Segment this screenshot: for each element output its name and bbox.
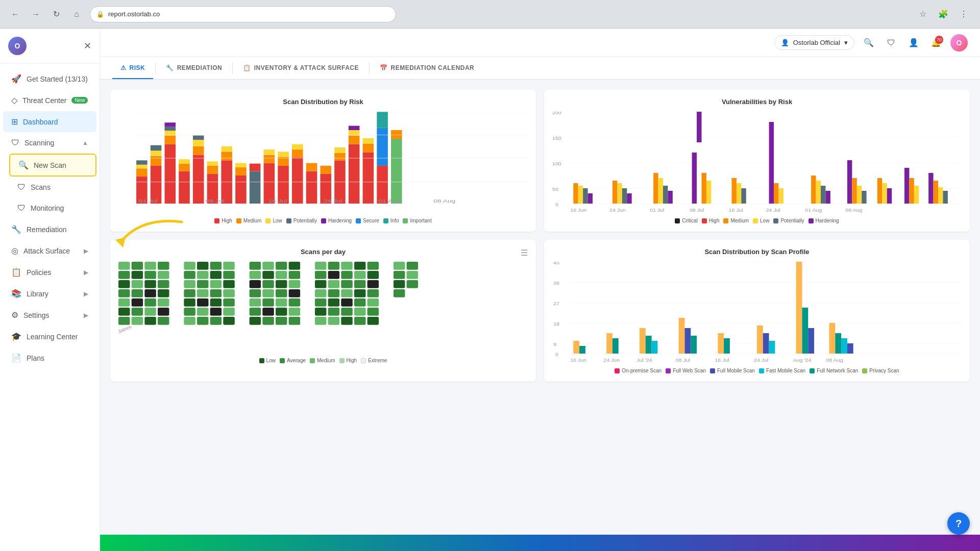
chevron-right-icon3: ▶ bbox=[84, 290, 88, 297]
tab-divider-2 bbox=[232, 62, 233, 74]
svg-rect-238 bbox=[354, 317, 365, 325]
sidebar-item-remediation[interactable]: 🔧 Remediation bbox=[3, 219, 96, 240]
svg-rect-207 bbox=[289, 289, 300, 297]
sidebar-item-label: Settings bbox=[23, 311, 50, 319]
forward-button[interactable]: → bbox=[29, 7, 43, 21]
svg-rect-80 bbox=[578, 186, 583, 204]
sidebar-item-monitoring[interactable]: 🛡 Monitoring bbox=[3, 198, 96, 218]
svg-text:16 Jul: 16 Jul bbox=[715, 358, 729, 363]
back-button[interactable]: ← bbox=[8, 7, 22, 21]
calendar-tab-icon: 📅 bbox=[380, 64, 388, 71]
sidebar-item-learning-center[interactable]: 🎓 Learning Center bbox=[3, 326, 96, 347]
svg-rect-54 bbox=[377, 128, 388, 166]
svg-rect-8 bbox=[165, 144, 176, 204]
svg-text:24 Jun: 24 Jun bbox=[609, 208, 626, 213]
svg-rect-133 bbox=[118, 317, 130, 325]
remediation-tab-icon: 🔧 bbox=[166, 64, 174, 71]
gear-icon: ⚙ bbox=[11, 310, 18, 320]
extensions-button[interactable]: 🧩 bbox=[935, 6, 951, 22]
sidebar-close-button[interactable]: ✕ bbox=[84, 40, 91, 52]
sidebar-item-scanning[interactable]: 🛡 Scanning ▲ bbox=[3, 133, 96, 153]
svg-rect-193 bbox=[262, 289, 274, 297]
legend-privacy-label: Privacy Scan bbox=[869, 368, 899, 373]
svg-rect-88 bbox=[658, 178, 663, 204]
svg-rect-211 bbox=[315, 262, 326, 270]
svg-rect-17 bbox=[193, 146, 204, 155]
org-name: Ostorlab Official bbox=[793, 39, 840, 46]
sidebar-nav: 🚀 Get Started (13/13) ◇ Threat Center Ne… bbox=[0, 64, 100, 551]
fullmobile-dot bbox=[710, 368, 715, 373]
svg-rect-206 bbox=[289, 280, 300, 288]
chevron-up-icon: ▲ bbox=[82, 139, 88, 146]
svg-rect-83 bbox=[612, 181, 617, 204]
address-bar[interactable]: 🔒 report.ostorlab.co bbox=[90, 6, 396, 22]
svg-rect-86 bbox=[627, 193, 631, 204]
svg-rect-227 bbox=[341, 280, 352, 288]
y-axis bbox=[118, 112, 134, 204]
chart-menu-button[interactable]: ☰ bbox=[521, 248, 528, 258]
sidebar-item-label: Monitoring bbox=[31, 204, 64, 212]
svg-rect-104 bbox=[825, 191, 830, 204]
tab-calendar[interactable]: 📅 REMEDIATION CALENDAR bbox=[372, 57, 482, 79]
legend-hardening: Hardening bbox=[321, 218, 352, 223]
reload-button[interactable]: ↻ bbox=[49, 7, 63, 21]
home-button[interactable]: ⌂ bbox=[69, 7, 84, 21]
svg-rect-200 bbox=[276, 289, 287, 297]
svg-rect-185 bbox=[250, 280, 261, 288]
low-dot bbox=[265, 218, 271, 223]
svg-rect-6 bbox=[151, 151, 162, 156]
svg-text:16 Jun: 16 Jun bbox=[570, 208, 586, 213]
vuln-high-dot bbox=[702, 218, 707, 223]
scan-distribution-bars: 01 Jul 08 Jul 16 Jul 24 Jul 01 Aug 08 Au… bbox=[118, 112, 528, 214]
svg-rect-47 bbox=[349, 144, 360, 204]
tab-label: RISK bbox=[130, 64, 145, 71]
svg-rect-175 bbox=[210, 317, 222, 325]
vulnerabilities-chart: 200 150 100 50 0 bbox=[552, 112, 962, 223]
sidebar-item-policies[interactable]: 📋 Policies ▶ bbox=[3, 262, 96, 283]
tab-inventory[interactable]: 📋 INVENTORY & ATTACK SURFACE bbox=[235, 57, 367, 79]
svg-text:45: 45 bbox=[553, 262, 559, 265]
svg-rect-197 bbox=[276, 262, 287, 270]
rocket-icon: 🚀 bbox=[11, 74, 21, 84]
tab-label: INVENTORY & ATTACK SURFACE bbox=[254, 64, 359, 71]
shield-button[interactable]: 🛡 bbox=[883, 35, 899, 51]
svg-rect-94 bbox=[706, 181, 711, 204]
help-button[interactable]: ? bbox=[947, 512, 970, 535]
user-avatar[interactable]: O bbox=[950, 34, 968, 52]
tab-remediation[interactable]: 🔧 REMEDIATION bbox=[158, 57, 230, 79]
legend-vuln-high: High bbox=[702, 218, 720, 223]
svg-rect-226 bbox=[341, 271, 352, 279]
svg-rect-251 bbox=[407, 271, 418, 279]
sidebar-item-library[interactable]: 📚 Library ▶ bbox=[3, 283, 96, 304]
search-button[interactable]: 🔍 bbox=[861, 35, 877, 51]
sidebar-item-plans[interactable]: 📄 Plans bbox=[3, 347, 96, 368]
sidebar-item-threat-center[interactable]: ◇ Threat Center New bbox=[3, 90, 96, 111]
scan-distribution-card: Scan Distribution by Risk bbox=[110, 90, 536, 232]
sidebar-item-dashboard[interactable]: ⊞ Dashboard bbox=[3, 111, 96, 132]
menu-button[interactable]: ⋮ bbox=[955, 6, 972, 22]
medium-dot bbox=[236, 218, 241, 223]
sidebar-item-scans[interactable]: 🛡 Scans bbox=[3, 177, 96, 197]
bookmark-button[interactable]: ☆ bbox=[915, 6, 931, 22]
hardening-dot bbox=[321, 218, 326, 223]
svg-rect-199 bbox=[276, 280, 287, 288]
sidebar-header: O ✕ bbox=[0, 29, 100, 64]
svg-text:24 Jul: 24 Jul bbox=[766, 208, 780, 213]
sidebar-item-new-scan[interactable]: 🔍 New Scan bbox=[9, 154, 96, 177]
hm-med-dot bbox=[310, 358, 315, 363]
svg-text:200: 200 bbox=[552, 112, 561, 115]
sidebar-item-attack-surface[interactable]: ◎ Attack Surface ▶ bbox=[3, 240, 96, 261]
target-icon: ◎ bbox=[11, 246, 18, 256]
sidebar-item-get-started[interactable]: 🚀 Get Started (13/13) bbox=[3, 68, 96, 89]
org-selector[interactable]: 👤 Ostorlab Official ▾ bbox=[774, 35, 854, 50]
svg-rect-231 bbox=[341, 317, 352, 325]
svg-rect-105 bbox=[847, 160, 852, 204]
bottom-bar bbox=[100, 535, 980, 551]
svg-rect-108 bbox=[862, 191, 866, 204]
tab-risk[interactable]: ⚠ RISK bbox=[112, 57, 153, 79]
contact-button[interactable]: 👤 bbox=[905, 35, 922, 51]
sidebar-item-settings[interactable]: ⚙ Settings ▶ bbox=[3, 305, 96, 325]
svg-text:08 Jul: 08 Jul bbox=[206, 198, 225, 204]
sidebar-item-label: Scanning bbox=[24, 139, 54, 147]
notification-button[interactable]: 🔔 70 bbox=[928, 35, 944, 51]
